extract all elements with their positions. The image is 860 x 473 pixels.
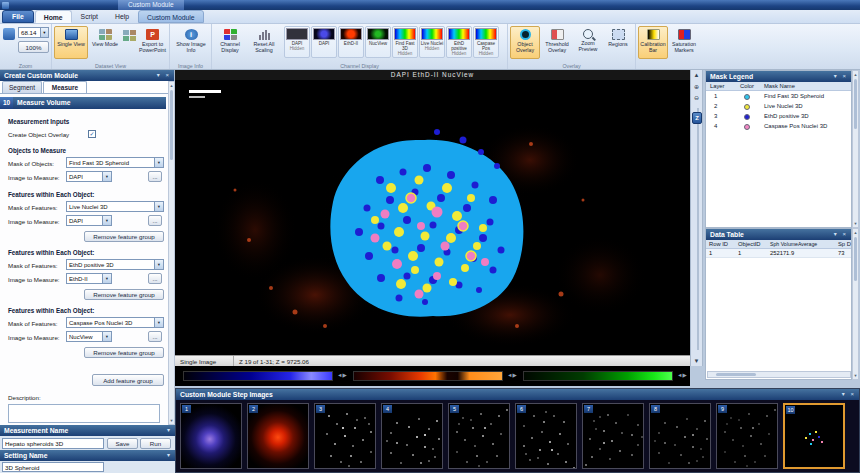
channel-chip-ethd[interactable]: EthD-II	[338, 26, 364, 58]
step-image-8[interactable]: 8	[649, 403, 711, 469]
step-image-4[interactable]: 4	[381, 403, 443, 469]
channel-chip-dapi-hidden[interactable]: DAPI Hidden	[284, 26, 310, 58]
scroll-down-icon[interactable]: ▼	[169, 418, 174, 423]
measurement-name-input[interactable]	[2, 438, 104, 449]
scroll-down-icon[interactable]: ▼	[853, 221, 858, 226]
zoom-value-input[interactable]: 68.14▾	[18, 27, 49, 38]
lut-range-spinner[interactable]: ◄▶	[337, 372, 347, 378]
mask-chip-caspase-pos[interactable]: Caspase Pos Hidden	[473, 26, 499, 58]
tab-segment[interactable]: Segment	[2, 81, 42, 93]
step-image-1[interactable]: 1	[180, 403, 242, 469]
data-table-hscrollbar[interactable]	[707, 371, 851, 378]
single-view-button[interactable]: Single View	[54, 26, 88, 59]
step-image-2[interactable]: 2	[247, 403, 309, 469]
remove-feature-group-button[interactable]: Remove feature group	[84, 231, 164, 242]
panel-header-icons[interactable]: ▾ ×	[834, 229, 848, 240]
mask-chip-live-nuclei[interactable]: Live Nuclei Hidden	[419, 26, 445, 58]
panel-header-icons[interactable]: ▾ ×	[834, 71, 848, 82]
tab-measure[interactable]: Measure	[43, 81, 87, 93]
mask-of-features-dropdown[interactable]: EthD positive 3D▾	[66, 259, 164, 270]
step-image-6[interactable]: 6	[515, 403, 577, 469]
remove-feature-group-button[interactable]: Remove feature group	[84, 289, 164, 300]
description-input[interactable]	[8, 404, 160, 423]
panel-header-icons[interactable]: ▾	[167, 450, 172, 461]
zoom-out-icon[interactable]: ⊖	[691, 94, 702, 101]
mask-of-features-dropdown[interactable]: Live Nuclei 3D▾	[66, 201, 164, 212]
regions-button[interactable]: Regions	[604, 26, 632, 59]
mask-chip-ethd-positive[interactable]: EthD positive Hidden	[446, 26, 472, 58]
objects-image-dropdown[interactable]: DAPI▾	[66, 171, 112, 182]
scrollbar-thumb[interactable]	[716, 373, 756, 376]
mask-legend-row[interactable]: 1 Find Fast 3D Spheroid	[706, 92, 851, 102]
feature-image-dropdown[interactable]: EthD-II▾	[66, 273, 112, 284]
browse-button[interactable]: ...	[148, 215, 162, 226]
step-image-3[interactable]: 3	[314, 403, 376, 469]
zoom-tool-icon[interactable]	[3, 28, 15, 40]
mask-legend-row[interactable]: 3 EthD positive 3D	[706, 112, 851, 122]
remove-feature-group-button[interactable]: Remove feature group	[84, 347, 164, 358]
data-table-scrollbar[interactable]: ▲ ▼	[852, 228, 859, 380]
browse-button[interactable]: ...	[148, 171, 162, 182]
file-menu-button[interactable]: File	[2, 10, 34, 23]
lut-bar-red[interactable]	[353, 371, 503, 381]
setting-name-input[interactable]	[2, 462, 104, 472]
mask-of-features-dropdown[interactable]: Caspase Pos Nuclei 3D▾	[66, 317, 164, 328]
image-viewer[interactable]: DAPI EthD-II NucView	[175, 70, 690, 355]
zoom-100-button[interactable]: 100%	[18, 41, 49, 53]
show-image-info-button[interactable]: Show Image Info	[173, 26, 209, 59]
mask-legend-row[interactable]: 4 Caspase Pos Nuclei 3D	[706, 122, 851, 132]
scroll-up-icon[interactable]: ▲	[853, 72, 858, 77]
zoom-preview-button[interactable]: Zoom Preview	[574, 26, 602, 59]
feature-image-dropdown[interactable]: DAPI▾	[66, 215, 112, 226]
channel-chip-dapi[interactable]: DAPI	[311, 26, 337, 58]
z-slider-handle[interactable]: Z	[692, 112, 702, 124]
panel-header-icons[interactable]: ▾ ×	[842, 389, 856, 400]
left-panel-scrollbar[interactable]: ▲ ▼	[168, 81, 175, 425]
scroll-up-icon[interactable]: ▲	[169, 83, 174, 88]
tab-home[interactable]: Home	[35, 10, 72, 23]
export-powerpoint-button[interactable]: Export to PowerPoint	[137, 26, 168, 59]
feature-image-dropdown[interactable]: NucView▾	[66, 331, 112, 342]
step-image-10-active[interactable]: 10	[783, 403, 845, 469]
lut-bar-green[interactable]	[523, 371, 673, 381]
chevron-down-icon[interactable]: ▾	[40, 28, 48, 37]
save-button[interactable]: Save	[107, 438, 138, 449]
mask-legend-scrollbar[interactable]: ▲ ▼	[852, 70, 859, 228]
step-image-9[interactable]: 9	[716, 403, 778, 469]
scrollbar-thumb[interactable]	[170, 90, 173, 160]
run-button[interactable]: Run	[140, 438, 171, 449]
scroll-down-icon[interactable]: ▼	[691, 358, 702, 364]
mask-of-objects-dropdown[interactable]: Find Fast 3D Spheroid▾	[66, 157, 164, 168]
scrollbar-thumb[interactable]	[854, 237, 857, 281]
reset-all-scaling-button[interactable]: Reset All Scaling	[248, 26, 280, 59]
scrollbar-thumb[interactable]	[854, 79, 857, 129]
scroll-up-icon[interactable]: ▲	[691, 72, 702, 78]
data-table-row[interactable]: 1 1 252171.9 73	[706, 249, 851, 258]
z-slider-track[interactable]	[697, 108, 699, 350]
mask-chip-find-fast-3d[interactable]: Find Fast 3D Hidden	[392, 26, 418, 58]
tab-help[interactable]: Help	[107, 10, 137, 23]
step-image-5[interactable]: 5	[448, 403, 510, 469]
threshold-overlay-button[interactable]: Threshold Overlay	[542, 26, 572, 59]
tab-script[interactable]: Script	[73, 10, 106, 23]
browse-button[interactable]: ...	[148, 331, 162, 342]
scroll-down-icon[interactable]: ▼	[853, 373, 858, 378]
step-image-7[interactable]: 7	[582, 403, 644, 469]
browse-button[interactable]: ...	[148, 273, 162, 284]
create-object-overlay-checkbox[interactable]: ✓	[88, 130, 96, 138]
view-mode-button[interactable]: View Mode	[90, 26, 120, 59]
saturation-markers-button[interactable]: Saturation Markers	[670, 26, 698, 59]
add-feature-group-button[interactable]: Add feature group	[92, 374, 164, 386]
tab-custom-module[interactable]: Custom Module	[138, 10, 204, 23]
object-overlay-button[interactable]: Object Overlay	[510, 26, 540, 59]
panel-header-icons[interactable]: ▾ ×	[157, 70, 171, 81]
zoom-in-icon[interactable]: ⊕	[691, 83, 702, 90]
scroll-up-icon[interactable]: ▲	[853, 230, 858, 235]
z-stack-control-strip[interactable]: ▲ ⊕ ⊖ Z ▼	[690, 70, 703, 366]
lut-bar-blue[interactable]	[183, 371, 333, 381]
panel-header-icons[interactable]: ▾	[167, 425, 172, 436]
multi-view-layout-button[interactable]	[123, 30, 136, 41]
channel-display-button[interactable]: Channel Display	[214, 26, 246, 59]
lut-range-spinner[interactable]: ◄▶	[507, 372, 517, 378]
mask-legend-row[interactable]: 2 Live Nuclei 3D	[706, 102, 851, 112]
